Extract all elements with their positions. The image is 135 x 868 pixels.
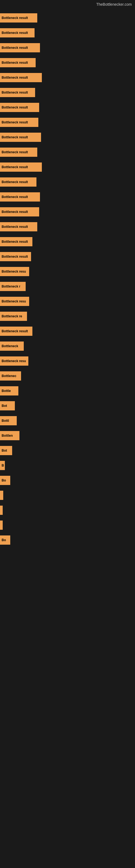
bottleneck-bar: Bottleneck result (0, 28, 35, 37)
bar-row (0, 503, 135, 518)
bar-row: Bottleneck resu (0, 294, 135, 309)
bottleneck-bar: Bottleneck result (0, 133, 41, 142)
bottleneck-bar: Bot (0, 446, 12, 455)
bar-row: Bottleneck result (0, 145, 135, 159)
bar-row: Bottleneck resu (0, 264, 135, 279)
bar-label: Bottleneck re (2, 314, 22, 318)
bottleneck-bar: Bo (0, 476, 10, 485)
bottleneck-bar: Bottleneck result (0, 327, 32, 336)
bar-row: Bottlen (0, 428, 135, 443)
bar-label: Bottleneck result (2, 240, 28, 244)
bar-label: Bo (2, 538, 6, 542)
bar-label: Bottleneck result (2, 255, 28, 258)
bottleneck-bar: Bo (0, 535, 10, 545)
bottleneck-bar: Bottleneck result (0, 13, 37, 23)
bars-container: Bottleneck resultBottleneck resultBottle… (0, 8, 135, 550)
bottleneck-bar: Bottleneck result (0, 192, 40, 202)
bar-label: Bottleneck result (2, 105, 28, 109)
bottleneck-bar: Bottleneck result (0, 222, 37, 231)
bar-label: Bottleneck result (2, 31, 28, 35)
bar-label: Bottleneck resu (2, 300, 26, 303)
bar-label: Bottleneck result (2, 195, 28, 199)
bottleneck-bar (0, 521, 3, 530)
bar-row: Bottleneck r (0, 279, 135, 294)
bottleneck-bar: Bottleneck result (0, 237, 32, 246)
bottleneck-bar: Bottle (0, 386, 18, 396)
bar-row: Bottleneck result (0, 234, 135, 249)
bar-row: B (0, 458, 135, 473)
bottleneck-bar: Bottleneck result (0, 252, 31, 261)
bottleneck-bar: Bottleneck result (0, 103, 39, 112)
bar-label: Bottleneck result (2, 120, 28, 124)
bottleneck-bar: Bottleneck result (0, 43, 40, 52)
bar-label: Bot (2, 404, 7, 408)
bar-row: Bottleneck result (0, 323, 135, 339)
bar-row: Bottleneck result (0, 130, 135, 145)
bar-row (0, 488, 135, 503)
site-title: TheBottlenecker.com (0, 0, 135, 8)
bar-row: Bottleneck result (0, 219, 135, 234)
bar-row: Bo (0, 473, 135, 488)
bar-row: Bottlenec (0, 368, 135, 383)
bottleneck-bar: Bottleneck (0, 341, 24, 351)
bar-row: Bottleneck result (0, 159, 135, 175)
bar-label: Bottleneck result (2, 150, 28, 154)
bar-label: Bottleneck result (2, 225, 28, 229)
bottleneck-bar: Bottleneck result (0, 162, 42, 172)
bottleneck-bar: Bot (0, 401, 15, 410)
bar-label: Bottleneck (2, 344, 18, 348)
bar-label: Bottleneck resu (2, 359, 26, 363)
bar-label: Bottleneck r (2, 284, 20, 288)
bar-row: Bottleneck (0, 339, 135, 353)
bar-row: Bottleneck result (0, 175, 135, 189)
bar-row: Bottleneck result (0, 25, 135, 40)
bottleneck-bar (0, 491, 3, 500)
bottleneck-bar: Bottleneck result (0, 73, 42, 82)
bottleneck-bar: Bottleneck result (0, 118, 38, 127)
bar-row: Bot (0, 443, 135, 458)
bar-row: Bottleneck result (0, 115, 135, 130)
bar-label: B (2, 464, 4, 467)
header: TheBottlenecker.com (0, 0, 135, 8)
bar-label: Bot (2, 448, 7, 453)
bar-label: Bo (2, 478, 6, 482)
bottleneck-bar: Bottlenec (0, 371, 21, 380)
bar-label: Bottleneck result (2, 46, 28, 50)
bar-row: Bottleneck re (0, 309, 135, 323)
bottleneck-bar: Bottleneck result (0, 177, 37, 187)
bar-row: Bottleneck result (0, 10, 135, 25)
bottleneck-bar (0, 506, 3, 515)
bar-row: Bottleneck resu (0, 353, 135, 368)
bar-label: Bottl (2, 419, 9, 423)
bar-row: Bottleneck result (0, 249, 135, 264)
bar-row: Bottleneck result (0, 189, 135, 204)
bar-label: Bottlenec (2, 374, 16, 378)
bottleneck-bar: Bottlen (0, 431, 19, 440)
bar-label: Bottlen (2, 434, 13, 437)
bar-label: Bottleneck result (2, 165, 28, 169)
bar-label: Bottleneck result (2, 329, 28, 333)
bottleneck-bar: Bottleneck result (0, 148, 37, 157)
bottleneck-bar: Bottleneck resu (0, 267, 29, 276)
bar-row: Bottleneck result (0, 85, 135, 100)
bar-row: Bottleneck result (0, 40, 135, 55)
bar-label: Bottleneck resu (2, 270, 26, 273)
bottleneck-bar: Bottleneck r (0, 282, 26, 291)
bottleneck-bar: B (0, 461, 5, 470)
bar-row: Bottle (0, 383, 135, 398)
bar-label: Bottleneck result (2, 76, 28, 80)
bottleneck-bar: Bottleneck result (0, 88, 35, 97)
bar-label: Bottleneck result (2, 210, 28, 214)
bottleneck-bar: Bottleneck resu (0, 356, 28, 366)
bottleneck-bar: Bottleneck re (0, 312, 27, 321)
bar-row: Bottleneck result (0, 100, 135, 115)
bar-label: Bottleneck result (2, 180, 28, 184)
bar-row: Bo (0, 532, 135, 547)
bar-label: Bottleneck result (2, 91, 28, 94)
bar-row: Bot (0, 398, 135, 413)
bar-row: Bottleneck result (0, 70, 135, 85)
bottleneck-bar: Bottleneck result (0, 207, 39, 216)
bar-row (0, 518, 135, 532)
bar-label: Bottleneck result (2, 16, 28, 20)
bar-row: Bottleneck result (0, 204, 135, 219)
